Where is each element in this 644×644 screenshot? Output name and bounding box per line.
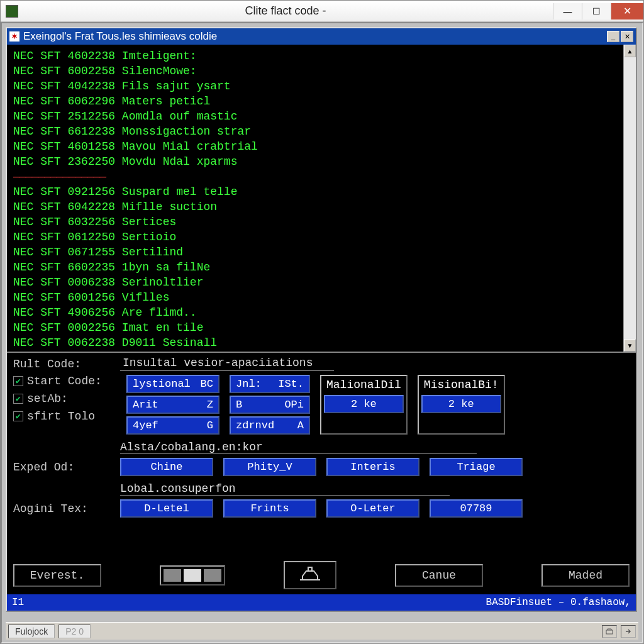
zdrnvd-button[interactable]: zdrnvdA [230,416,310,435]
log-line: NEC SFT 0921256 Suspard mel telle [13,184,617,199]
frints-button[interactable]: Frints [223,499,316,518]
rult-code-input[interactable] [120,357,334,371]
outer-status-bar: Fulojock P2 0 [6,622,638,640]
jnl-button[interactable]: Jnl:ISt. [230,375,310,393]
everest-button[interactable]: Everest. [13,564,101,587]
log-line: NEC SFT 0006238 Serinoltlier [13,275,617,290]
status-left: I1 [12,597,24,608]
log-line: NEC SFT 4602238 Imteligent: [13,48,617,64]
log-line: NEC SFT 2362250 Movdu Ndal xparms [13,154,617,169]
phity-button[interactable]: Phity_V [223,458,316,476]
status-right: BASDFinsuet – 0.fashaow, [486,597,631,608]
inner-close-button[interactable]: ✕ [621,31,633,42]
log-line: NEC SFT 0062238 D9011 Sesinall [13,335,617,350]
log-line: NEC SFT 4906256 Are flimd.. [13,305,617,320]
log-line: NEC SFT 6062296 Maters peticl [13,94,617,109]
inner-app-icon: ✶ [9,31,19,42]
start-code-checkbox[interactable]: ✔ Start Code: [13,375,114,387]
svg-rect-0 [606,630,613,634]
log-separator: ——————————————— [13,169,617,184]
log-line: NEC SFT 0612250 Sertioio [13,230,617,245]
scroll-up-arrow-icon[interactable]: ▲ [624,45,636,57]
07789-button[interactable]: 07789 [430,499,523,518]
segment-control[interactable] [160,565,225,586]
log-line: NEC SFT 4042238 Fils sajut ysart [13,79,617,94]
lystional-button[interactable]: lystionalBC [126,375,219,393]
checkmark-icon: ✔ [13,411,23,421]
sfirt-checkbox[interactable]: ✔ sfirt Tolo [13,410,114,423]
status-pane-fulojock[interactable]: Fulojock [8,625,55,638]
segment-1[interactable] [164,569,181,582]
log-line: NEC SFT 0041223 [13,350,617,352]
malional-value-button[interactable]: 2 ke [324,395,404,413]
section-alsta-label: Alsta/cobalang.en:kor [120,441,477,454]
scroll-down-arrow-icon[interactable]: ▼ [624,339,636,352]
agini-label: Aogini Tex: [13,502,114,515]
stamp-button[interactable] [284,561,336,589]
misional-group: MisionalBi! 2 ke [418,375,505,435]
config-panel: Rult Code: ✔ Start Code: ✔ setAb: [7,353,636,611]
maded-button[interactable]: Maded [541,564,630,587]
vertical-scrollbar[interactable]: ▲ ▼ [623,45,636,352]
inner-status-bar: I1 BASDFinsuet – 0.fashaow, [7,594,636,611]
log-line: NEC SFT 6042228 Miflle suction [13,199,617,214]
status-tool-icon[interactable] [602,625,617,638]
status-pane-p20: P2 0 [58,625,91,638]
inner-minimize-button[interactable]: _ [607,31,619,42]
inner-titlebar: ✶ Exeingol's Frat Tous.les shimieavs col… [7,28,636,45]
log-line: NEC SFT 0671255 Sertilind [13,245,617,260]
minimize-button[interactable]: — [553,3,582,19]
group-title-label: Malional [326,379,380,391]
log-line: NEC SFT 6032256 Sertices [13,214,617,230]
malional-group: MalionalDil 2 ke [320,375,408,435]
oleter-button[interactable]: O-Leter [326,499,419,518]
log-line: NEC SFT 6002258 SilencMowe: [13,64,617,79]
exped-label: Exped Od: [13,461,114,474]
log-line: NEC SFT 2512256 Aomdla ouf mastic [13,109,617,124]
stamp-icon [297,565,323,582]
checkmark-icon: ✔ [13,394,23,404]
misional-value-button[interactable]: 2 ke [421,395,501,413]
log-line: NEC SFT 6001256 Viflles [13,290,617,305]
section-lobal-label: Lobal.consuperfon [120,482,450,496]
close-button[interactable]: ✕ [611,3,643,19]
checkmark-icon: ✔ [13,376,23,386]
mdi-client-area: ✶ Exeingol's Frat Tous.les shimieavs col… [1,22,643,643]
dletel-button[interactable]: D-Letel [120,499,213,518]
app-icon [6,5,18,18]
window-title: Clite flact code - [18,4,553,18]
inner-title: Exeingol's Frat Tous.les shimieavs coldi… [23,30,607,43]
interis-button[interactable]: Interis [326,458,419,476]
4yef-button[interactable]: 4yefG [126,416,219,435]
triage-button[interactable]: Triage [430,458,523,476]
sfirt-label: sfirt Tolo [27,410,95,423]
start-code-label: Start Code: [27,375,102,387]
chine-button[interactable]: Chine [120,458,213,476]
b-opi-button[interactable]: BOPi [230,396,310,414]
log-line: NEC SFT 4601258 Mavou Mial crabtrial [13,139,617,154]
log-line: NEC SFT 0002256 Imat en tile [13,320,617,335]
group-title-label: Misional [424,379,478,391]
outer-window: Clite flact code - — ☐ ✕ ✶ Exeingol's Fr… [0,0,644,644]
window-controls: — ☐ ✕ [553,3,643,19]
console-output: NEC SFT 4602238 Imteligent: NEC SFT 6002… [7,45,623,352]
outer-titlebar: Clite flact code - — ☐ ✕ [1,1,643,22]
canue-button[interactable]: Canue [395,564,483,587]
status-arrow-icon[interactable] [621,625,636,638]
arit-button[interactable]: AritZ [126,396,219,414]
console-region: NEC SFT 4602238 Imteligent: NEC SFT 6002… [7,45,636,353]
segment-3[interactable] [204,569,221,582]
log-line: NEC SFT 6612238 Monssigaction strar [13,124,617,139]
setab-checkbox[interactable]: ✔ setAb: [13,392,114,405]
inner-window: ✶ Exeingol's Frat Tous.les shimieavs col… [6,27,637,612]
rult-code-label: Rult Code: [13,358,114,370]
log-line: NEC SFT 6602235 1byn sa filNe [13,260,617,275]
setab-label: setAb: [27,392,68,405]
maximize-button[interactable]: ☐ [582,3,611,19]
segment-2[interactable] [184,569,201,582]
action-row: Everest. Canue Maded [13,561,630,589]
scroll-track[interactable] [624,57,636,339]
